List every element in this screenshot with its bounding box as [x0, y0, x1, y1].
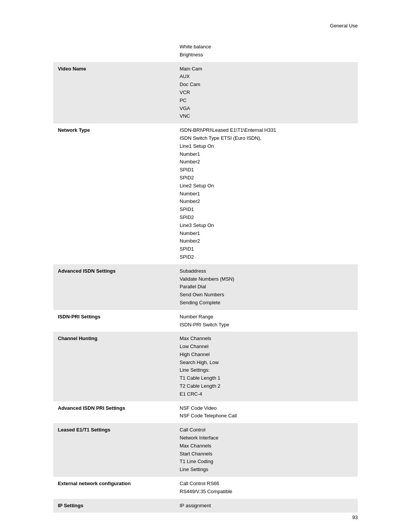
row-label: Channel Hunting: [53, 332, 175, 401]
row-label: Advanced ISDN Settings: [53, 264, 175, 310]
table-row: Video NameMain CamAUXDoc CamVCRPCVGAVNC: [53, 62, 358, 124]
table-row: Advanced ISDN SettingsSubaddressValidate…: [53, 264, 358, 310]
row-label: External network configuration: [53, 477, 175, 499]
row-label: IP Settings: [53, 499, 175, 513]
row-label: Network Type: [53, 123, 175, 264]
row-label: [53, 40, 175, 62]
table-row: White balanceBrightness: [53, 40, 358, 62]
row-value: Main CamAUXDoc CamVCRPCVGAVNC: [175, 62, 358, 124]
row-label: Advanced ISDN PRI Settings: [53, 401, 175, 423]
row-value: IP assignment: [175, 499, 358, 513]
table-row: ISDN-PRI SettingsNumber RangeISDN-PRI Sw…: [53, 310, 358, 332]
row-value: Call ControlNetwork InterfaceMax Channel…: [175, 423, 358, 477]
row-label: Video Name: [53, 62, 175, 124]
main-table: White balanceBrightnessVideo NameMain Ca…: [53, 40, 358, 513]
row-value: White balanceBrightness: [175, 40, 358, 62]
table-row: IP SettingsIP assignment: [53, 499, 358, 513]
table-row: Channel HuntingMax ChannelsLow ChannelHi…: [53, 332, 358, 401]
table-row: Leased E1/T1 SettingsCall ControlNetwork…: [53, 423, 358, 477]
row-label: ISDN-PRI Settings: [53, 310, 175, 332]
row-value: Number RangeISDN-PRI Switch Type: [175, 310, 358, 332]
table-row: Network TypeISDN-BRI\PRI\Leased E1\T1\En…: [53, 123, 358, 264]
row-value: NSF Code VideoNSF Code Telephone Call: [175, 401, 358, 423]
page-container: General Use White balanceBrightnessVideo…: [0, 0, 411, 532]
row-value: Call Control RS66RS449/V.35 Compatible: [175, 477, 358, 499]
page-number: 93: [352, 514, 358, 520]
row-value: SubaddressValidate Numbers (MSN)Parallel…: [175, 264, 358, 310]
row-label: Leased E1/T1 Settings: [53, 423, 175, 477]
table-row: Advanced ISDN PRI SettingsNSF Code Video…: [53, 401, 358, 423]
row-value: Max ChannelsLow ChannelHigh ChannelSearc…: [175, 332, 358, 401]
header-area: General Use: [53, 23, 358, 29]
header-title: General Use: [330, 23, 358, 29]
table-row: External network configurationCall Contr…: [53, 477, 358, 499]
row-value: ISDN-BRI\PRI\Leased E1\T1\Enternal H331I…: [175, 123, 358, 264]
